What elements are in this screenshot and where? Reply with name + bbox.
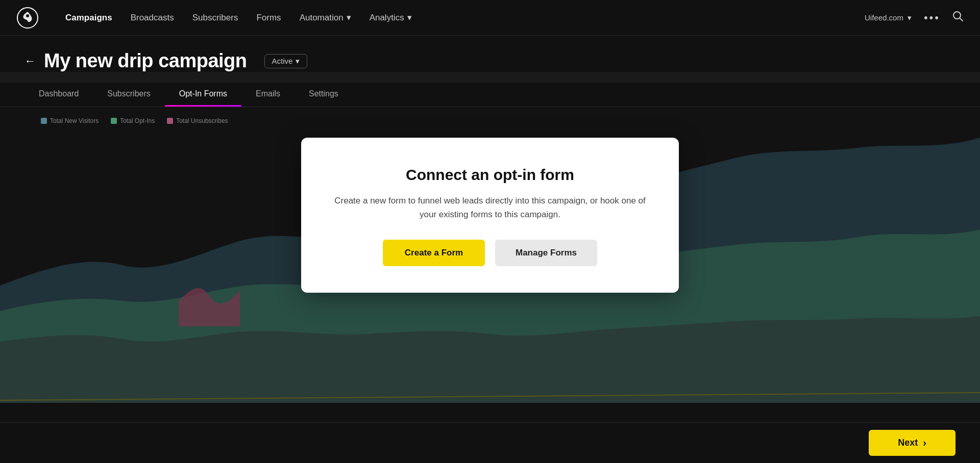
tab-opt-in-forms[interactable]: Opt-In Forms	[165, 83, 241, 107]
modal-description: Create a new form to funnel web leads di…	[334, 194, 646, 221]
tab-emails[interactable]: Emails	[241, 83, 295, 107]
analytics-chevron-icon: ▾	[407, 12, 412, 23]
page-header: ← My new drip campaign Active ▾	[0, 36, 980, 72]
bottom-bar: Next ›	[0, 422, 980, 463]
manage-forms-button[interactable]: Manage Forms	[495, 240, 597, 266]
nav-analytics[interactable]: Analytics ▾	[370, 12, 412, 23]
nav-right: Uifeed.com ▾ •••	[865, 11, 964, 24]
status-chevron-icon: ▾	[296, 57, 300, 66]
create-form-button[interactable]: Create a Form	[383, 240, 485, 266]
main-area: Total New Visitors Total Opt-Ins Total U…	[0, 107, 980, 445]
account-menu[interactable]: Uifeed.com ▾	[865, 13, 912, 22]
account-chevron-icon: ▾	[908, 13, 912, 22]
modal-card: Connect an opt-in form Create a new form…	[301, 138, 679, 293]
status-label: Active	[272, 57, 293, 65]
next-chevron-icon: ›	[923, 437, 926, 449]
svg-line-3	[960, 18, 963, 21]
next-button[interactable]: Next ›	[869, 430, 955, 456]
nav-forms[interactable]: Forms	[256, 13, 281, 23]
next-label: Next	[898, 438, 918, 448]
modal-buttons: Create a Form Manage Forms	[334, 240, 646, 266]
campaign-title: My new drip campaign	[44, 50, 247, 72]
tab-settings[interactable]: Settings	[295, 83, 353, 107]
more-options-button[interactable]: •••	[924, 11, 940, 24]
automation-chevron-icon: ▾	[347, 12, 351, 23]
tab-subscribers[interactable]: Subscribers	[93, 83, 164, 107]
status-dropdown[interactable]: Active ▾	[264, 54, 308, 68]
search-icon[interactable]	[952, 11, 964, 24]
back-button[interactable]: ←	[24, 55, 36, 68]
svg-point-1	[26, 14, 29, 17]
back-row: ← My new drip campaign Active ▾	[24, 50, 955, 72]
logo-icon	[16, 7, 39, 29]
nav-broadcasts[interactable]: Broadcasts	[131, 13, 174, 23]
tabs-bar: Dashboard Subscribers Opt-In Forms Email…	[0, 83, 980, 107]
tab-dashboard[interactable]: Dashboard	[24, 83, 93, 107]
modal-title: Connect an opt-in form	[334, 166, 646, 184]
modal-overlay: Connect an opt-in form Create a new form…	[0, 107, 980, 445]
nav-campaigns[interactable]: Campaigns	[65, 13, 112, 23]
navbar: Campaigns Broadcasts Subscribers Forms A…	[0, 0, 980, 36]
nav-subscribers[interactable]: Subscribers	[192, 13, 238, 23]
nav-automation[interactable]: Automation ▾	[300, 12, 351, 23]
nav-links: Campaigns Broadcasts Subscribers Forms A…	[65, 12, 844, 23]
